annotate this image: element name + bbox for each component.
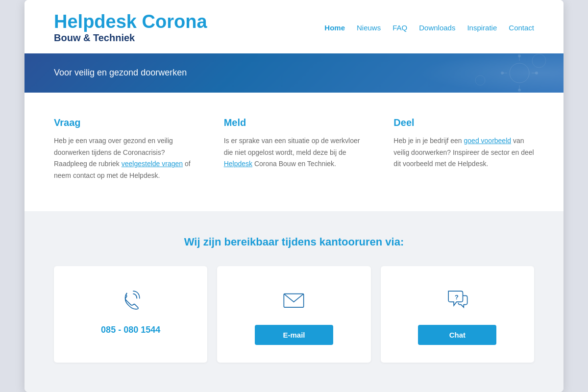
header: Helpdesk Corona Bouw & Techniek Home Nie… <box>24 0 564 53</box>
vraag-link[interactable]: veelgestelde vragen <box>122 160 183 168</box>
column-deel-text: Heb je in je bedrijf een goed voorbeeld … <box>393 135 534 170</box>
email-card: E-mail <box>217 266 370 363</box>
contact-cards: 085 - 080 1544 E-mail <box>54 266 534 363</box>
phone-number[interactable]: 085 - 080 1544 <box>101 325 160 335</box>
hero-banner: Voor veilig en gezond doorwerken <box>24 53 564 93</box>
svg-point-5 <box>518 54 521 57</box>
email-button[interactable]: E-mail <box>255 325 333 345</box>
column-deel-title: Deel <box>393 117 534 128</box>
svg-point-6 <box>518 89 521 92</box>
browser-window: Helpdesk Corona Bouw & Techniek Home Nie… <box>24 0 564 392</box>
chat-icon: ? <box>442 286 472 315</box>
contact-section: Wij zijn bereikbaar tijdens kantooruren … <box>24 211 564 392</box>
column-vraag-text: Heb je een vraag over gezond en veilig d… <box>54 135 195 182</box>
meld-text-after: Corona Bouw en Techniek. <box>252 160 336 168</box>
email-icon <box>279 286 309 315</box>
nav-item-faq[interactable]: FAQ <box>392 24 407 32</box>
column-vraag: Vraag Heb je een vraag over gezond en ve… <box>54 117 195 182</box>
deel-text-before: Heb je in je bedrijf een <box>393 137 464 145</box>
logo-area: Helpdesk Corona Bouw & Techniek <box>54 12 207 44</box>
phone-icon <box>116 286 146 315</box>
svg-point-10 <box>475 75 485 85</box>
svg-point-7 <box>501 72 504 74</box>
svg-point-9 <box>532 54 546 68</box>
chat-card: ? Chat <box>381 266 534 363</box>
hero-decoration <box>382 53 554 93</box>
nav-item-downloads[interactable]: Downloads <box>419 24 455 32</box>
deel-link[interactable]: goed voorbeeld <box>464 137 512 145</box>
column-meld: Meld Is er sprake van een situatie op de… <box>224 117 365 182</box>
nav-item-contact[interactable]: Contact <box>509 24 534 32</box>
hero-text: Voor veilig en gezond doorwerken <box>54 68 187 78</box>
chat-button[interactable]: Chat <box>418 325 496 345</box>
svg-point-8 <box>535 72 538 74</box>
column-meld-title: Meld <box>224 117 365 128</box>
svg-text:?: ? <box>455 294 459 301</box>
nav-item-home[interactable]: Home <box>324 24 345 32</box>
nav-item-nieuws[interactable]: Nieuws <box>357 24 381 32</box>
logo-subtitle: Bouw & Techniek <box>54 32 207 44</box>
column-deel: Deel Heb je in je bedrijf een goed voorb… <box>393 117 534 182</box>
meld-text-before: Is er sprake van een situatie op de werk… <box>224 137 360 156</box>
meld-link[interactable]: Helpdesk <box>224 160 252 168</box>
logo-title: Helpdesk Corona <box>54 12 207 32</box>
column-vraag-title: Vraag <box>54 117 195 128</box>
column-meld-text: Is er sprake van een situatie op de werk… <box>224 135 365 170</box>
main-nav: Home Nieuws FAQ Downloads Inspiratie Con… <box>324 24 534 32</box>
columns-section: Vraag Heb je een vraag over gezond en ve… <box>24 93 564 211</box>
contact-title: Wij zijn bereikbaar tijdens kantooruren … <box>54 236 534 248</box>
nav-item-inspiratie[interactable]: Inspiratie <box>467 24 497 32</box>
svg-point-0 <box>510 63 529 83</box>
phone-card: 085 - 080 1544 <box>54 266 207 363</box>
